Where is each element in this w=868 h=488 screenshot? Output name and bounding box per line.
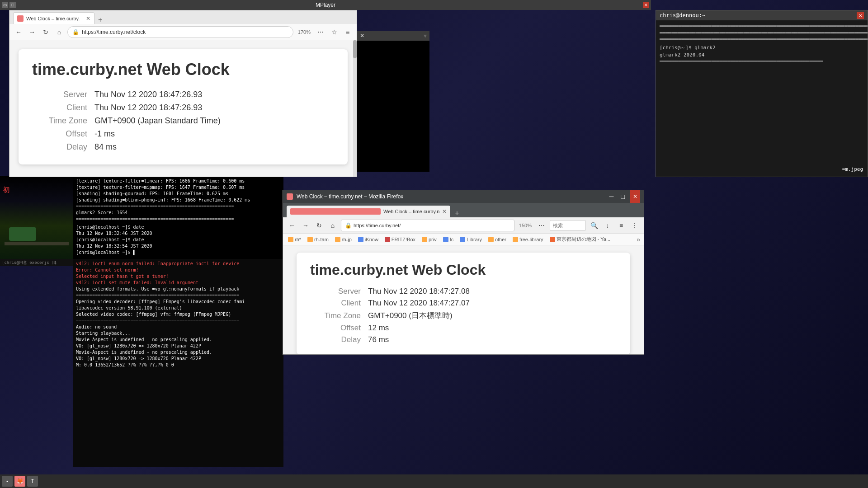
bookmark-fc[interactable]: fc xyxy=(442,237,455,242)
tg-line-3: [shading] shading=blinn-phong-inf: FPS: … xyxy=(76,197,281,203)
tv-line-2: Selected input hasn't got a tuner! xyxy=(76,273,281,280)
forward-button-2[interactable]: → xyxy=(300,220,311,231)
reload-button-1[interactable]: ↻ xyxy=(40,27,51,38)
browser-window-2: Web Clock – time.curby.net – Mozilla Fir… xyxy=(283,190,644,355)
browser2-tab-close[interactable]: ✕ xyxy=(442,208,447,215)
media-close-btn[interactable]: ✕ xyxy=(360,33,364,39)
webclock-title-2: time.curby.net Web Clock xyxy=(310,262,617,278)
bookmark-page-icon-fritz xyxy=(385,237,390,242)
back-button-2[interactable]: ← xyxy=(287,220,297,231)
clock-value-delay-2: 76 ms xyxy=(364,334,473,346)
glmark-line-0: ════════════════════════════════════════… xyxy=(660,23,864,29)
tg-line-0: [texture] texture-filter=linear: FPS: 16… xyxy=(76,178,281,184)
clock-label-timezone-1: Time Zone xyxy=(32,114,91,127)
tv-line-7: libavcodec version 58.91.100 (external) xyxy=(76,305,281,311)
clock-label-timezone-2: Time Zone xyxy=(310,309,364,322)
clock-row-offset-2: Offset 12 ms xyxy=(310,322,473,334)
tv-line-13: VO: [gl_nosw] 1280x720 => 1280x720 Plana… xyxy=(76,343,281,349)
reload-button-2[interactable]: ↻ xyxy=(314,220,325,231)
bookmark-label-other: other xyxy=(495,237,506,242)
tg-line-prompt: [chris@localhost ~]$ ▌ xyxy=(76,249,281,256)
bookmark-folder-icon-priv xyxy=(422,237,427,242)
taskbar-item-firefox[interactable]: 🦊 xyxy=(14,476,25,487)
browser1-tab-close[interactable]: ✕ xyxy=(86,15,90,22)
forward-button-1[interactable]: → xyxy=(27,27,38,38)
bookmark-other[interactable]: other xyxy=(487,237,508,242)
webclock-card-1: time.curby.net Web Clock Server Thu Nov … xyxy=(19,49,348,164)
bookmark-folder-icon-jp xyxy=(335,237,340,242)
webclock-title-1: time.curby.net Web Clock xyxy=(32,60,334,79)
bookmark-fritzbox[interactable]: FRITZ!Box xyxy=(383,237,417,242)
close-button[interactable]: ✕ xyxy=(643,2,649,8)
search-input-2[interactable] xyxy=(550,220,586,231)
browser2-favicon xyxy=(290,208,381,215)
tv-line-5: ========================================… xyxy=(76,292,281,299)
clock-value-server-1: Thu Nov 12 2020 18:47:26.93 xyxy=(91,88,334,101)
bookmark-page-icon-lib xyxy=(460,237,465,242)
menu-button-1[interactable]: ⋯ xyxy=(315,27,326,38)
clock-value-offset-1: -1 ms xyxy=(91,127,334,141)
tv-line-8: Selected video codec: [ffmpeg] vfm: ffmp… xyxy=(76,311,281,318)
bookmark-free-library[interactable]: free-library xyxy=(511,237,545,242)
bookmark-rh-tam[interactable]: rh-tam xyxy=(306,237,330,242)
bookmark-rh-star[interactable]: rh* xyxy=(287,237,302,242)
terminal-right-close[interactable]: ✕ xyxy=(857,12,864,19)
search-button-2[interactable]: 🔍 xyxy=(589,220,599,231)
bookmark-label-iknow: iKnow xyxy=(365,237,378,242)
clock-row-client-1: Client Thu Nov 12 2020 18:47:26.93 xyxy=(32,101,334,114)
browser2-new-tab[interactable]: + xyxy=(452,209,462,217)
more-button-2[interactable]: ⋮ xyxy=(629,220,640,231)
maximize-button[interactable]: □ xyxy=(9,2,16,8)
clock-row-delay-1: Delay 84 ms xyxy=(32,141,334,154)
chevron-down-icon[interactable]: ▾ xyxy=(424,32,427,39)
bookmark-tokyo-map[interactable]: 東京都周辺の地図 - Ya... xyxy=(548,236,612,243)
bookmark-label-fc: fc xyxy=(450,237,454,242)
back-button-1[interactable]: ← xyxy=(13,27,24,38)
home-button-1[interactable]: ⌂ xyxy=(54,27,65,38)
mplayer-video-left: 初 xyxy=(0,176,73,259)
tg-line-sep1: ========================================… xyxy=(76,203,281,210)
bookmarks-more-icon[interactable]: » xyxy=(637,236,640,243)
terminal-video-output: v412: ioctl enum norm failed: Inappropri… xyxy=(73,259,283,467)
scrollbar-1[interactable] xyxy=(353,40,357,177)
bookmark-folder-icon-other xyxy=(488,237,494,242)
clock-value-client-1: Thu Nov 12 2020 18:47:26.93 xyxy=(91,101,334,114)
taskbar-item-terminal[interactable]: T xyxy=(27,476,38,487)
clock-row-server-1: Server Thu Nov 12 2020 18:47:26.93 xyxy=(32,88,334,101)
clock-label-delay-1: Delay xyxy=(32,141,91,154)
url-bar-2[interactable]: 🔒 https://time.curby.net/ xyxy=(341,220,514,231)
video-car xyxy=(9,227,36,241)
window-controls-left[interactable]: ▭ □ xyxy=(2,2,16,8)
browser2-maximize[interactable]: □ xyxy=(619,193,627,200)
bookmark-library[interactable]: Library xyxy=(458,237,483,242)
home-button-2[interactable]: ⌂ xyxy=(327,220,338,231)
bookmark-priv[interactable]: priv xyxy=(420,237,438,242)
window-controls-right[interactable]: ✕ xyxy=(643,2,649,8)
url-text-1: https://time.curby.net/clock xyxy=(82,29,146,35)
new-tab-button-1[interactable]: + xyxy=(96,16,104,24)
scrollbar-thumb-1[interactable] xyxy=(353,40,357,58)
mplayer-titlebar: ▭ □ MPlayer ✕ xyxy=(0,0,651,10)
bookmark-iknow[interactable]: iKnow xyxy=(357,237,380,242)
tv-line-1: Error: Cannot set norm! xyxy=(76,267,281,273)
minimize-button[interactable]: ▭ xyxy=(2,2,8,8)
tg-line-2: [shading] shading=gouraud: FPS: 1601 Fra… xyxy=(76,191,281,197)
glmark-line-4: ════════════════════════════════════════… xyxy=(660,58,864,65)
url-bar-1[interactable]: 🔒 https://time.curby.net/clock xyxy=(67,26,293,38)
sidebar-button-2[interactable]: ≡ xyxy=(616,220,627,231)
bookmark-rh-jp[interactable]: rh-jp xyxy=(334,237,353,242)
bookmark-label-freelib: free-library xyxy=(519,237,543,242)
taskbar-item-0[interactable]: ▪ xyxy=(2,476,13,487)
browser2-tab[interactable]: Web Clock – time.curby.n ✕ xyxy=(287,206,450,217)
download-button-2[interactable]: ↓ xyxy=(602,220,613,231)
settings-button-1[interactable]: ≡ xyxy=(342,27,353,38)
browser1-tab[interactable]: Web Clock – time.curby. ✕ xyxy=(13,12,94,24)
browser2-minimize[interactable]: ─ xyxy=(608,193,616,200)
video-road xyxy=(5,242,69,245)
zoom-level-1: 170% xyxy=(296,29,312,35)
bookmark-label-rh-star: rh* xyxy=(295,237,301,242)
browser2-close[interactable]: ✕ xyxy=(630,190,640,203)
tg-line-7: [chris@localhost ~]$ date xyxy=(76,224,281,230)
bookmark-button-1[interactable]: ☆ xyxy=(329,27,340,38)
menu-button-2[interactable]: ⋯ xyxy=(536,220,547,231)
